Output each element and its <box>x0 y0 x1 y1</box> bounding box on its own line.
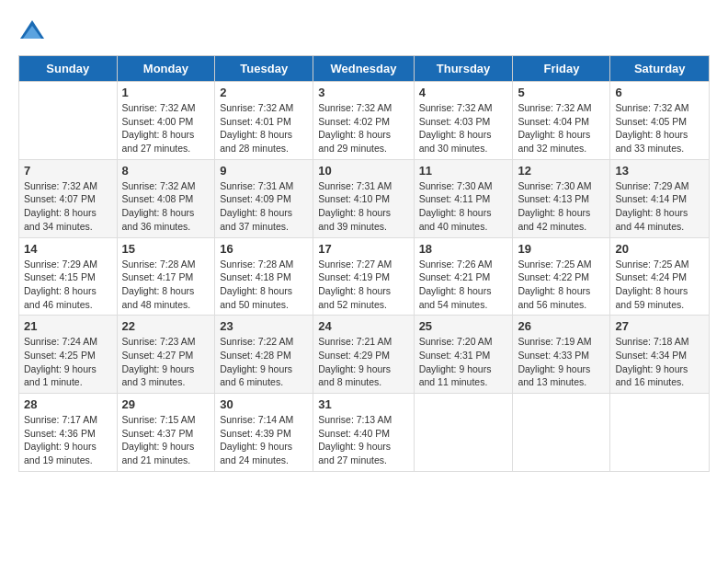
page-header <box>18 18 710 46</box>
day-number: 3 <box>318 86 408 99</box>
calendar-cell <box>610 394 710 472</box>
calendar-cell: 28Sunrise: 7:17 AMSunset: 4:36 PMDayligh… <box>19 394 118 472</box>
calendar-cell: 29Sunrise: 7:15 AMSunset: 4:37 PMDayligh… <box>117 394 215 472</box>
day-number: 16 <box>220 242 308 256</box>
calendar-cell: 21Sunrise: 7:24 AMSunset: 4:25 PMDayligh… <box>19 316 118 394</box>
day-info: Sunrise: 7:25 AMSunset: 4:24 PMDaylight:… <box>615 258 704 312</box>
calendar-cell: 31Sunrise: 7:13 AMSunset: 4:40 PMDayligh… <box>313 394 414 472</box>
day-number: 23 <box>220 319 308 333</box>
day-header-thursday: Thursday <box>414 56 513 82</box>
day-number: 13 <box>615 164 704 178</box>
calendar-cell: 6Sunrise: 7:32 AMSunset: 4:05 PMDaylight… <box>610 82 710 160</box>
day-number: 19 <box>518 242 605 256</box>
day-info: Sunrise: 7:24 AMSunset: 4:25 PMDaylight:… <box>24 335 112 389</box>
day-number: 21 <box>24 319 112 333</box>
day-number: 24 <box>318 319 408 333</box>
day-number: 20 <box>615 242 704 256</box>
calendar-week-row: 7Sunrise: 7:32 AMSunset: 4:07 PMDaylight… <box>19 159 710 237</box>
day-number: 2 <box>220 86 308 99</box>
day-number: 29 <box>122 397 210 411</box>
day-number: 14 <box>24 242 112 256</box>
day-number: 27 <box>615 319 704 333</box>
calendar-cell <box>19 82 118 160</box>
day-info: Sunrise: 7:26 AMSunset: 4:21 PMDaylight:… <box>419 258 508 312</box>
day-number: 28 <box>24 397 112 411</box>
day-header-tuesday: Tuesday <box>215 56 313 82</box>
day-info: Sunrise: 7:32 AMSunset: 4:02 PMDaylight:… <box>318 101 408 155</box>
day-header-wednesday: Wednesday <box>313 56 414 82</box>
calendar-cell: 19Sunrise: 7:25 AMSunset: 4:22 PMDayligh… <box>513 237 610 316</box>
calendar-cell: 10Sunrise: 7:31 AMSunset: 4:10 PMDayligh… <box>313 159 414 237</box>
day-info: Sunrise: 7:21 AMSunset: 4:29 PMDaylight:… <box>318 335 408 389</box>
calendar-cell: 8Sunrise: 7:32 AMSunset: 4:08 PMDaylight… <box>117 159 215 237</box>
calendar-cell: 13Sunrise: 7:29 AMSunset: 4:14 PMDayligh… <box>610 159 710 237</box>
day-info: Sunrise: 7:32 AMSunset: 4:07 PMDaylight:… <box>24 179 112 234</box>
day-info: Sunrise: 7:15 AMSunset: 4:37 PMDaylight:… <box>122 413 210 467</box>
day-info: Sunrise: 7:14 AMSunset: 4:39 PMDaylight:… <box>220 413 308 467</box>
day-number: 18 <box>419 242 508 256</box>
day-info: Sunrise: 7:17 AMSunset: 4:36 PMDaylight:… <box>24 413 112 467</box>
day-info: Sunrise: 7:28 AMSunset: 4:18 PMDaylight:… <box>220 258 308 312</box>
day-info: Sunrise: 7:32 AMSunset: 4:03 PMDaylight:… <box>419 101 508 155</box>
calendar-cell: 3Sunrise: 7:32 AMSunset: 4:02 PMDaylight… <box>313 82 414 160</box>
day-info: Sunrise: 7:20 AMSunset: 4:31 PMDaylight:… <box>419 335 508 389</box>
day-number: 26 <box>518 319 605 333</box>
day-number: 10 <box>318 164 408 178</box>
day-number: 25 <box>419 319 508 333</box>
day-number: 22 <box>122 319 210 333</box>
day-number: 1 <box>122 86 210 99</box>
day-number: 6 <box>615 86 704 99</box>
day-info: Sunrise: 7:13 AMSunset: 4:40 PMDaylight:… <box>318 413 408 467</box>
day-info: Sunrise: 7:28 AMSunset: 4:17 PMDaylight:… <box>122 258 210 312</box>
calendar-cell: 17Sunrise: 7:27 AMSunset: 4:19 PMDayligh… <box>313 237 414 316</box>
day-info: Sunrise: 7:30 AMSunset: 4:13 PMDaylight:… <box>518 179 605 234</box>
day-info: Sunrise: 7:32 AMSunset: 4:08 PMDaylight:… <box>122 179 210 234</box>
day-header-sunday: Sunday <box>19 56 118 82</box>
day-header-friday: Friday <box>513 56 610 82</box>
calendar-cell: 26Sunrise: 7:19 AMSunset: 4:33 PMDayligh… <box>513 316 610 394</box>
day-info: Sunrise: 7:32 AMSunset: 4:04 PMDaylight:… <box>518 101 605 155</box>
calendar-week-row: 21Sunrise: 7:24 AMSunset: 4:25 PMDayligh… <box>19 316 710 394</box>
day-number: 5 <box>518 86 605 99</box>
calendar-cell <box>513 394 610 472</box>
day-info: Sunrise: 7:27 AMSunset: 4:19 PMDaylight:… <box>318 258 408 312</box>
calendar-cell: 7Sunrise: 7:32 AMSunset: 4:07 PMDaylight… <box>19 159 118 237</box>
day-number: 4 <box>419 86 508 99</box>
calendar-cell: 22Sunrise: 7:23 AMSunset: 4:27 PMDayligh… <box>117 316 215 394</box>
calendar-cell: 1Sunrise: 7:32 AMSunset: 4:00 PMDaylight… <box>117 82 215 160</box>
calendar-week-row: 14Sunrise: 7:29 AMSunset: 4:15 PMDayligh… <box>19 237 710 316</box>
day-info: Sunrise: 7:25 AMSunset: 4:22 PMDaylight:… <box>518 258 605 312</box>
day-header-saturday: Saturday <box>610 56 710 82</box>
calendar-cell: 5Sunrise: 7:32 AMSunset: 4:04 PMDaylight… <box>513 82 610 160</box>
calendar-cell: 4Sunrise: 7:32 AMSunset: 4:03 PMDaylight… <box>414 82 513 160</box>
day-number: 31 <box>318 397 408 411</box>
logo <box>18 18 50 46</box>
calendar-cell <box>414 394 513 472</box>
calendar-cell: 12Sunrise: 7:30 AMSunset: 4:13 PMDayligh… <box>513 159 610 237</box>
calendar-week-row: 28Sunrise: 7:17 AMSunset: 4:36 PMDayligh… <box>19 394 710 472</box>
day-info: Sunrise: 7:32 AMSunset: 4:05 PMDaylight:… <box>615 101 704 155</box>
calendar-cell: 25Sunrise: 7:20 AMSunset: 4:31 PMDayligh… <box>414 316 513 394</box>
calendar-cell: 20Sunrise: 7:25 AMSunset: 4:24 PMDayligh… <box>610 237 710 316</box>
day-info: Sunrise: 7:32 AMSunset: 4:00 PMDaylight:… <box>122 101 210 155</box>
calendar-cell: 14Sunrise: 7:29 AMSunset: 4:15 PMDayligh… <box>19 237 118 316</box>
calendar-cell: 23Sunrise: 7:22 AMSunset: 4:28 PMDayligh… <box>215 316 313 394</box>
day-info: Sunrise: 7:29 AMSunset: 4:15 PMDaylight:… <box>24 258 112 312</box>
calendar-week-row: 1Sunrise: 7:32 AMSunset: 4:00 PMDaylight… <box>19 82 710 160</box>
calendar-cell: 27Sunrise: 7:18 AMSunset: 4:34 PMDayligh… <box>610 316 710 394</box>
calendar-cell: 24Sunrise: 7:21 AMSunset: 4:29 PMDayligh… <box>313 316 414 394</box>
day-number: 11 <box>419 164 508 178</box>
day-number: 9 <box>220 164 308 178</box>
calendar: SundayMondayTuesdayWednesdayThursdayFrid… <box>18 55 710 472</box>
day-info: Sunrise: 7:19 AMSunset: 4:33 PMDaylight:… <box>518 335 605 389</box>
day-number: 30 <box>220 397 308 411</box>
day-number: 12 <box>518 164 605 178</box>
day-info: Sunrise: 7:29 AMSunset: 4:14 PMDaylight:… <box>615 179 704 234</box>
day-number: 8 <box>122 164 210 178</box>
day-number: 15 <box>122 242 210 256</box>
day-info: Sunrise: 7:23 AMSunset: 4:27 PMDaylight:… <box>122 335 210 389</box>
logo-icon <box>18 18 46 46</box>
calendar-cell: 2Sunrise: 7:32 AMSunset: 4:01 PMDaylight… <box>215 82 313 160</box>
calendar-cell: 11Sunrise: 7:30 AMSunset: 4:11 PMDayligh… <box>414 159 513 237</box>
calendar-cell: 18Sunrise: 7:26 AMSunset: 4:21 PMDayligh… <box>414 237 513 316</box>
